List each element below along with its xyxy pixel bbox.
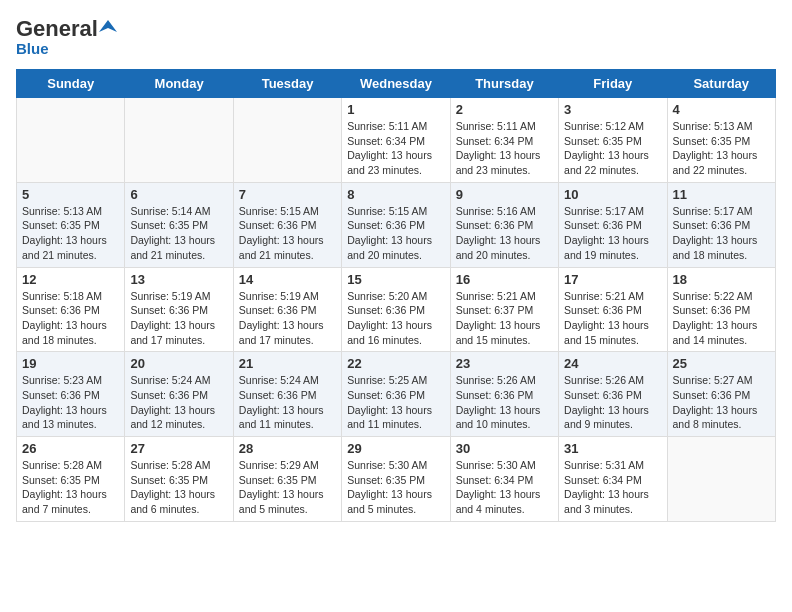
calendar-cell: 10Sunrise: 5:17 AM Sunset: 6:36 PM Dayli… (559, 182, 667, 267)
calendar-cell: 27Sunrise: 5:28 AM Sunset: 6:35 PM Dayli… (125, 437, 233, 522)
day-number: 13 (130, 272, 227, 287)
header-tuesday: Tuesday (233, 70, 341, 98)
day-info: Sunrise: 5:14 AM Sunset: 6:35 PM Dayligh… (130, 204, 227, 263)
day-info: Sunrise: 5:30 AM Sunset: 6:35 PM Dayligh… (347, 458, 444, 517)
calendar-cell: 14Sunrise: 5:19 AM Sunset: 6:36 PM Dayli… (233, 267, 341, 352)
calendar-week-3: 12Sunrise: 5:18 AM Sunset: 6:36 PM Dayli… (17, 267, 776, 352)
calendar-cell: 7Sunrise: 5:15 AM Sunset: 6:36 PM Daylig… (233, 182, 341, 267)
logo-general: General (16, 16, 98, 42)
calendar-cell: 26Sunrise: 5:28 AM Sunset: 6:35 PM Dayli… (17, 437, 125, 522)
logo-blue: Blue (16, 40, 49, 57)
day-info: Sunrise: 5:30 AM Sunset: 6:34 PM Dayligh… (456, 458, 553, 517)
day-info: Sunrise: 5:28 AM Sunset: 6:35 PM Dayligh… (130, 458, 227, 517)
day-number: 16 (456, 272, 553, 287)
day-info: Sunrise: 5:26 AM Sunset: 6:36 PM Dayligh… (456, 373, 553, 432)
calendar-cell: 11Sunrise: 5:17 AM Sunset: 6:36 PM Dayli… (667, 182, 775, 267)
day-number: 18 (673, 272, 770, 287)
calendar-cell: 31Sunrise: 5:31 AM Sunset: 6:34 PM Dayli… (559, 437, 667, 522)
calendar-table: SundayMondayTuesdayWednesdayThursdayFrid… (16, 69, 776, 522)
calendar-cell: 13Sunrise: 5:19 AM Sunset: 6:36 PM Dayli… (125, 267, 233, 352)
header-saturday: Saturday (667, 70, 775, 98)
calendar-header-row: SundayMondayTuesdayWednesdayThursdayFrid… (17, 70, 776, 98)
header-friday: Friday (559, 70, 667, 98)
day-info: Sunrise: 5:19 AM Sunset: 6:36 PM Dayligh… (130, 289, 227, 348)
header-sunday: Sunday (17, 70, 125, 98)
day-number: 12 (22, 272, 119, 287)
day-number: 14 (239, 272, 336, 287)
day-info: Sunrise: 5:22 AM Sunset: 6:36 PM Dayligh… (673, 289, 770, 348)
calendar-cell: 16Sunrise: 5:21 AM Sunset: 6:37 PM Dayli… (450, 267, 558, 352)
day-info: Sunrise: 5:16 AM Sunset: 6:36 PM Dayligh… (456, 204, 553, 263)
day-info: Sunrise: 5:11 AM Sunset: 6:34 PM Dayligh… (347, 119, 444, 178)
logo: General Blue (16, 16, 117, 57)
day-number: 9 (456, 187, 553, 202)
day-number: 21 (239, 356, 336, 371)
calendar-cell: 18Sunrise: 5:22 AM Sunset: 6:36 PM Dayli… (667, 267, 775, 352)
day-info: Sunrise: 5:17 AM Sunset: 6:36 PM Dayligh… (564, 204, 661, 263)
day-info: Sunrise: 5:15 AM Sunset: 6:36 PM Dayligh… (239, 204, 336, 263)
day-number: 11 (673, 187, 770, 202)
day-number: 25 (673, 356, 770, 371)
day-number: 20 (130, 356, 227, 371)
calendar-cell (17, 98, 125, 183)
day-number: 26 (22, 441, 119, 456)
calendar-cell: 2Sunrise: 5:11 AM Sunset: 6:34 PM Daylig… (450, 98, 558, 183)
day-number: 27 (130, 441, 227, 456)
day-info: Sunrise: 5:19 AM Sunset: 6:36 PM Dayligh… (239, 289, 336, 348)
day-number: 5 (22, 187, 119, 202)
day-info: Sunrise: 5:17 AM Sunset: 6:36 PM Dayligh… (673, 204, 770, 263)
calendar-cell: 15Sunrise: 5:20 AM Sunset: 6:36 PM Dayli… (342, 267, 450, 352)
calendar-cell: 5Sunrise: 5:13 AM Sunset: 6:35 PM Daylig… (17, 182, 125, 267)
day-number: 4 (673, 102, 770, 117)
calendar-cell: 19Sunrise: 5:23 AM Sunset: 6:36 PM Dayli… (17, 352, 125, 437)
day-number: 31 (564, 441, 661, 456)
svg-marker-0 (99, 20, 117, 32)
day-number: 7 (239, 187, 336, 202)
calendar-cell: 30Sunrise: 5:30 AM Sunset: 6:34 PM Dayli… (450, 437, 558, 522)
calendar-cell: 24Sunrise: 5:26 AM Sunset: 6:36 PM Dayli… (559, 352, 667, 437)
day-number: 2 (456, 102, 553, 117)
day-info: Sunrise: 5:31 AM Sunset: 6:34 PM Dayligh… (564, 458, 661, 517)
calendar-week-1: 1Sunrise: 5:11 AM Sunset: 6:34 PM Daylig… (17, 98, 776, 183)
calendar-cell: 12Sunrise: 5:18 AM Sunset: 6:36 PM Dayli… (17, 267, 125, 352)
day-info: Sunrise: 5:24 AM Sunset: 6:36 PM Dayligh… (130, 373, 227, 432)
day-info: Sunrise: 5:25 AM Sunset: 6:36 PM Dayligh… (347, 373, 444, 432)
day-info: Sunrise: 5:13 AM Sunset: 6:35 PM Dayligh… (22, 204, 119, 263)
day-info: Sunrise: 5:27 AM Sunset: 6:36 PM Dayligh… (673, 373, 770, 432)
calendar-cell: 23Sunrise: 5:26 AM Sunset: 6:36 PM Dayli… (450, 352, 558, 437)
calendar-week-5: 26Sunrise: 5:28 AM Sunset: 6:35 PM Dayli… (17, 437, 776, 522)
calendar-cell: 3Sunrise: 5:12 AM Sunset: 6:35 PM Daylig… (559, 98, 667, 183)
calendar-cell: 1Sunrise: 5:11 AM Sunset: 6:34 PM Daylig… (342, 98, 450, 183)
day-number: 22 (347, 356, 444, 371)
calendar-cell: 4Sunrise: 5:13 AM Sunset: 6:35 PM Daylig… (667, 98, 775, 183)
day-number: 24 (564, 356, 661, 371)
header-wednesday: Wednesday (342, 70, 450, 98)
day-number: 1 (347, 102, 444, 117)
day-info: Sunrise: 5:20 AM Sunset: 6:36 PM Dayligh… (347, 289, 444, 348)
day-info: Sunrise: 5:21 AM Sunset: 6:36 PM Dayligh… (564, 289, 661, 348)
calendar-cell (233, 98, 341, 183)
day-number: 17 (564, 272, 661, 287)
day-info: Sunrise: 5:18 AM Sunset: 6:36 PM Dayligh… (22, 289, 119, 348)
calendar-cell (667, 437, 775, 522)
calendar-week-2: 5Sunrise: 5:13 AM Sunset: 6:35 PM Daylig… (17, 182, 776, 267)
calendar-cell: 28Sunrise: 5:29 AM Sunset: 6:35 PM Dayli… (233, 437, 341, 522)
calendar-cell: 9Sunrise: 5:16 AM Sunset: 6:36 PM Daylig… (450, 182, 558, 267)
day-number: 15 (347, 272, 444, 287)
header-thursday: Thursday (450, 70, 558, 98)
calendar-cell: 20Sunrise: 5:24 AM Sunset: 6:36 PM Dayli… (125, 352, 233, 437)
page-header: General Blue (16, 16, 776, 57)
header-monday: Monday (125, 70, 233, 98)
day-info: Sunrise: 5:23 AM Sunset: 6:36 PM Dayligh… (22, 373, 119, 432)
day-number: 19 (22, 356, 119, 371)
day-number: 6 (130, 187, 227, 202)
day-info: Sunrise: 5:28 AM Sunset: 6:35 PM Dayligh… (22, 458, 119, 517)
day-info: Sunrise: 5:21 AM Sunset: 6:37 PM Dayligh… (456, 289, 553, 348)
calendar-cell: 29Sunrise: 5:30 AM Sunset: 6:35 PM Dayli… (342, 437, 450, 522)
calendar-cell: 22Sunrise: 5:25 AM Sunset: 6:36 PM Dayli… (342, 352, 450, 437)
day-number: 30 (456, 441, 553, 456)
day-info: Sunrise: 5:13 AM Sunset: 6:35 PM Dayligh… (673, 119, 770, 178)
day-number: 8 (347, 187, 444, 202)
calendar-week-4: 19Sunrise: 5:23 AM Sunset: 6:36 PM Dayli… (17, 352, 776, 437)
day-info: Sunrise: 5:15 AM Sunset: 6:36 PM Dayligh… (347, 204, 444, 263)
